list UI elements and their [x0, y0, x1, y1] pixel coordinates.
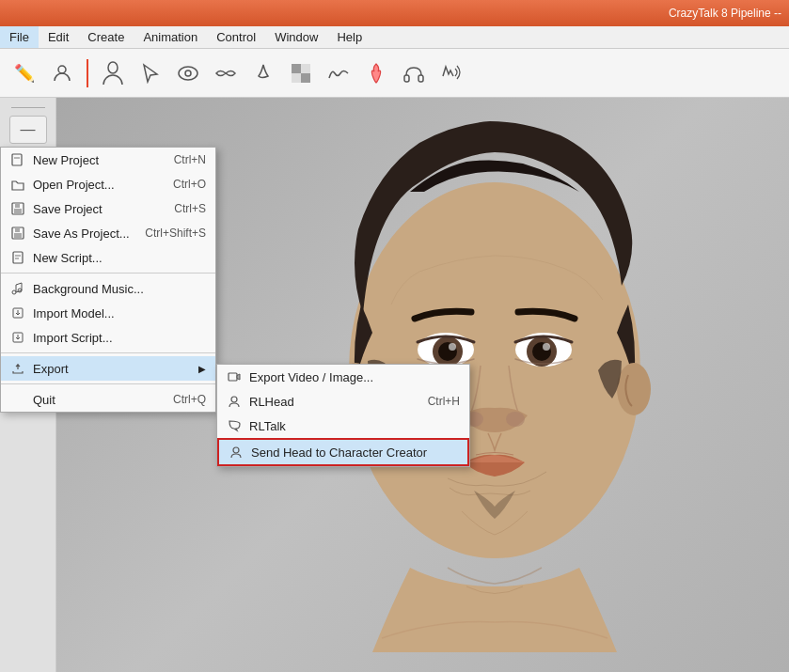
- title-bar: CrazyTalk 8 Pipeline --: [0, 0, 789, 26]
- export-icon: [10, 361, 25, 376]
- toolbar-person-icon[interactable]: [45, 56, 79, 90]
- sidebar-separator: [11, 107, 45, 108]
- export-label: Export: [33, 362, 69, 376]
- app-title: CrazyTalk 8 Pipeline --: [669, 7, 781, 20]
- video-icon: [227, 369, 242, 384]
- save-project-icon: [10, 201, 25, 216]
- import-script-label: Import Script...: [33, 331, 113, 345]
- svg-rect-9: [418, 75, 423, 82]
- bg-music-icon: [10, 281, 25, 296]
- quit-icon: [10, 392, 25, 407]
- export-submenu: Export Video / Image... RLHead Ctrl+H RL…: [216, 364, 470, 467]
- svg-rect-5: [301, 64, 310, 73]
- rlhead-icon: [227, 394, 242, 409]
- svg-rect-38: [229, 373, 237, 381]
- svg-rect-27: [14, 209, 22, 213]
- bg-music-label: Background Music...: [33, 282, 144, 296]
- toolbar-eye-icon[interactable]: [171, 56, 205, 90]
- menu-open-project[interactable]: Open Project... Ctrl+O: [1, 172, 215, 196]
- svg-rect-7: [301, 73, 310, 83]
- svg-rect-29: [15, 227, 20, 232]
- quit-label: Quit: [33, 393, 55, 407]
- export-send-head[interactable]: Send Head to Character Creator: [217, 438, 469, 466]
- svg-rect-6: [292, 73, 301, 83]
- export-rltalk[interactable]: RLTalk: [217, 414, 469, 438]
- export-video-image[interactable]: Export Video / Image...: [217, 365, 469, 389]
- svg-point-40: [233, 447, 239, 453]
- toolbar-nose-icon[interactable]: [246, 56, 280, 90]
- separator-3: [1, 383, 215, 384]
- rlhead-label: RLHead: [249, 395, 294, 409]
- export-video-label: Export Video / Image...: [249, 370, 373, 384]
- svg-rect-31: [13, 252, 23, 263]
- toolbar-checker-icon[interactable]: [284, 56, 318, 90]
- svg-rect-8: [404, 75, 409, 82]
- save-as-label: Save As Project...: [33, 227, 130, 241]
- toolbar-auto-icon[interactable]: [434, 56, 468, 90]
- toolbar-profile-icon[interactable]: [96, 56, 130, 90]
- menu-bar: File Edit Create Animation Control Windo…: [0, 26, 789, 49]
- menu-help[interactable]: Help: [327, 26, 371, 48]
- quit-shortcut: Ctrl+Q: [173, 393, 206, 406]
- main-area: — ↩ ↪: [0, 98, 789, 672]
- separator-2: [1, 352, 215, 353]
- menu-background-music[interactable]: Background Music...: [1, 276, 215, 301]
- rlhead-shortcut: Ctrl+H: [428, 395, 460, 408]
- toolbar-lips-icon[interactable]: [209, 56, 243, 90]
- svg-point-2: [179, 67, 197, 80]
- new-script-icon: [10, 250, 25, 265]
- save-project-label: Save Project: [33, 202, 103, 216]
- svg-point-22: [506, 412, 525, 427]
- menu-save-as-project[interactable]: Save As Project... Ctrl+Shift+S: [1, 221, 215, 245]
- svg-rect-23: [12, 154, 22, 165]
- new-project-icon: [10, 152, 25, 167]
- svg-rect-4: [292, 64, 301, 73]
- svg-point-20: [543, 343, 550, 351]
- rltalk-label: RLTalk: [249, 419, 286, 433]
- svg-rect-30: [14, 233, 22, 238]
- new-script-label: New Script...: [33, 251, 103, 265]
- menu-import-script[interactable]: Import Script...: [1, 325, 215, 350]
- sidebar-minus-btn[interactable]: —: [9, 116, 47, 144]
- toolbar-flame-icon[interactable]: [359, 56, 393, 90]
- menu-control[interactable]: Control: [207, 26, 265, 48]
- import-script-icon: [10, 330, 25, 345]
- svg-point-3: [185, 70, 191, 76]
- svg-point-16: [449, 343, 456, 351]
- new-project-label: New Project: [33, 153, 99, 167]
- menu-save-project[interactable]: Save Project Ctrl+S: [1, 196, 215, 221]
- menu-quit[interactable]: Quit Ctrl+Q: [1, 387, 215, 412]
- menu-file[interactable]: File: [0, 26, 39, 48]
- send-head-label: Send Head to Character Creator: [251, 445, 427, 460]
- menu-new-project[interactable]: New Project Ctrl+N: [1, 148, 215, 172]
- save-as-icon: [10, 226, 25, 241]
- save-as-shortcut: Ctrl+Shift+S: [145, 227, 206, 240]
- send-head-icon: [229, 445, 244, 460]
- menu-window[interactable]: Window: [265, 26, 327, 48]
- menu-create[interactable]: Create: [78, 26, 134, 48]
- save-project-shortcut: Ctrl+S: [174, 202, 206, 215]
- menu-edit[interactable]: Edit: [39, 26, 78, 48]
- toolbar-draw-icon[interactable]: ✏️: [8, 56, 41, 90]
- import-model-label: Import Model...: [33, 306, 115, 320]
- toolbar-headphone-icon[interactable]: [397, 56, 431, 90]
- svg-point-0: [58, 66, 66, 73]
- export-arrow: ▶: [198, 364, 206, 374]
- menu-new-script[interactable]: New Script...: [1, 245, 215, 270]
- menu-export[interactable]: Export ▶: [1, 356, 215, 381]
- svg-point-1: [108, 62, 118, 73]
- menu-animation[interactable]: Animation: [134, 26, 207, 48]
- svg-point-39: [231, 397, 237, 402]
- toolbar-cursor-icon[interactable]: [134, 56, 167, 90]
- open-project-shortcut: Ctrl+O: [173, 178, 206, 191]
- rltalk-icon: [227, 418, 242, 433]
- file-dropdown: New Project Ctrl+N Open Project... Ctrl+…: [0, 147, 216, 413]
- open-project-label: Open Project...: [33, 178, 115, 192]
- export-rlhead[interactable]: RLHead Ctrl+H: [217, 389, 469, 414]
- toolbar-wave-icon[interactable]: [322, 56, 355, 90]
- svg-rect-26: [15, 203, 20, 208]
- svg-point-12: [617, 363, 651, 415]
- toolbar-separator-1: [87, 59, 88, 87]
- menu-import-model[interactable]: Import Model...: [1, 301, 215, 325]
- toolbar: ✏️: [0, 49, 789, 98]
